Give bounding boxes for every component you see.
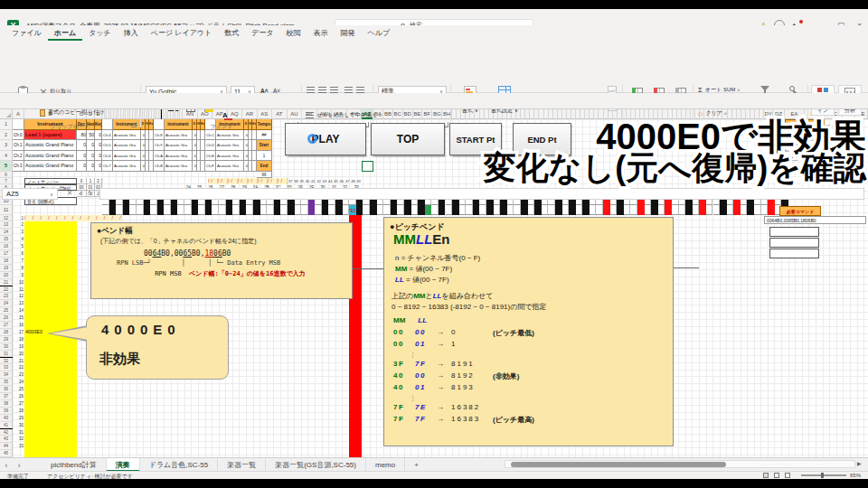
sheet-tab-1[interactable]: 演奏 bbox=[107, 458, 140, 472]
table-cell[interactable]: Ch.8 bbox=[154, 130, 165, 141]
piano-key[interactable] bbox=[494, 205, 501, 215]
row-header-45[interactable]: 45 bbox=[0, 450, 13, 457]
table-cell[interactable]: Ch.F bbox=[205, 161, 216, 172]
row-header-41[interactable]: 41 bbox=[0, 422, 13, 429]
row-header-13[interactable]: 13 bbox=[0, 221, 13, 229]
col-a-number[interactable]: 20 bbox=[13, 351, 24, 358]
piano-key[interactable] bbox=[150, 205, 157, 215]
row-header-30[interactable]: 30 bbox=[0, 343, 13, 351]
col-a-number[interactable]: 24 bbox=[13, 379, 24, 386]
table-cell[interactable]: Acoustic Grand Piano bbox=[24, 151, 77, 162]
table-cell[interactable]: 80 bbox=[77, 130, 87, 141]
piano-key[interactable] bbox=[665, 205, 672, 215]
row-header-42[interactable]: 42 bbox=[0, 429, 13, 436]
piano-key[interactable] bbox=[322, 205, 329, 215]
table-cell[interactable]: Start bbox=[257, 140, 272, 151]
table-cell[interactable]: Ch.5 bbox=[102, 140, 113, 151]
table-cell[interactable]: Acoustic Gra bbox=[216, 161, 244, 172]
row-header-12[interactable]: 12 bbox=[0, 215, 13, 222]
row-header-31[interactable]: 31 bbox=[0, 351, 13, 358]
piano-key[interactable] bbox=[699, 205, 706, 215]
table-cell[interactable]: Acoustic Gra bbox=[216, 140, 244, 151]
piano-key[interactable] bbox=[308, 205, 316, 215]
row-header-36[interactable]: 36 bbox=[0, 386, 13, 393]
table-cell[interactable]: Acoustic Gra bbox=[216, 130, 244, 141]
table-cell[interactable]: Ch.6 bbox=[102, 151, 113, 162]
col-a-number[interactable]: 4 bbox=[13, 236, 24, 243]
row-header-29[interactable]: 29 bbox=[0, 336, 13, 343]
col-a-number[interactable]: 3 bbox=[13, 229, 24, 236]
piano-key[interactable] bbox=[219, 205, 226, 215]
piano-key[interactable] bbox=[486, 205, 494, 215]
piano-key[interactable] bbox=[534, 205, 542, 215]
table-cell[interactable] bbox=[154, 119, 165, 130]
piano-key[interactable] bbox=[144, 205, 151, 215]
cancel-icon[interactable]: ✕ bbox=[67, 189, 72, 197]
piano-key[interactable] bbox=[720, 205, 727, 215]
row-header-35[interactable]: 35 bbox=[0, 379, 13, 386]
table-cell[interactable]: Lead 1 (square) bbox=[24, 130, 77, 141]
table-cell[interactable]: 0 bbox=[87, 140, 95, 151]
row-header-15[interactable]: 15 bbox=[0, 236, 13, 243]
piano-key[interactable] bbox=[109, 205, 117, 215]
table-cell[interactable]: 0 bbox=[95, 151, 102, 162]
piano-key[interactable] bbox=[335, 205, 343, 215]
scroll-right-arrow[interactable]: ▶ bbox=[857, 460, 862, 466]
col-a-number[interactable]: 28 bbox=[13, 408, 24, 415]
merge-center-button[interactable]: セルを結合して中央揃え bbox=[306, 111, 382, 119]
piano-key[interactable] bbox=[603, 205, 610, 215]
row-header-2[interactable]: 2 bbox=[0, 130, 13, 141]
piano-key[interactable] bbox=[617, 205, 624, 215]
add-sheet-button[interactable]: + bbox=[405, 458, 428, 472]
menu-tab-10[interactable]: ヘルプ bbox=[362, 25, 397, 41]
piano-key[interactable] bbox=[747, 205, 754, 215]
piano-key[interactable] bbox=[356, 205, 363, 215]
row-header-3[interactable]: 3 bbox=[0, 140, 13, 151]
table-cell[interactable]: Acoustic Gra bbox=[113, 161, 141, 172]
row-header-38[interactable]: 38 bbox=[0, 400, 13, 408]
table-cell[interactable]: Ch.B bbox=[154, 161, 165, 172]
piano-key[interactable] bbox=[569, 205, 576, 215]
piano-key[interactable] bbox=[157, 205, 165, 215]
row-header-5[interactable]: 5 bbox=[0, 161, 13, 172]
piano-key[interactable] bbox=[555, 205, 562, 215]
row-header-18[interactable]: 18 bbox=[0, 258, 13, 265]
piano-key[interactable] bbox=[425, 205, 432, 215]
piano-key[interactable] bbox=[418, 205, 425, 215]
tab-scroll-right[interactable]: › bbox=[13, 458, 25, 472]
tab-scroll-left[interactable]: ‹ bbox=[0, 458, 13, 472]
col-a-number[interactable]: 8 bbox=[13, 265, 24, 272]
piano-key[interactable] bbox=[576, 205, 583, 215]
piano-key[interactable] bbox=[459, 205, 467, 215]
piano-key[interactable] bbox=[528, 205, 535, 215]
col-a-number[interactable]: 26 bbox=[13, 393, 24, 400]
piano-key[interactable] bbox=[452, 205, 459, 215]
col-a-number[interactable]: 5 bbox=[13, 243, 24, 250]
table-cell[interactable]: 0 bbox=[95, 161, 102, 172]
table-cell[interactable]: Ch.3 bbox=[13, 161, 24, 172]
piano-key[interactable] bbox=[301, 205, 308, 215]
note-num-cell[interactable]: 0 bbox=[77, 178, 87, 184]
piano-key[interactable] bbox=[637, 205, 645, 215]
table-cell[interactable]: Ch.C bbox=[205, 130, 216, 141]
col-a-number[interactable]: 18 bbox=[13, 336, 24, 343]
piano-key[interactable] bbox=[542, 205, 549, 215]
cmd-value-cell[interactable]: 0064B0,0065B0,1806B0 bbox=[764, 216, 866, 224]
table-cell[interactable]: Acoustic Gra bbox=[113, 151, 141, 162]
piano-key[interactable] bbox=[761, 205, 769, 215]
menu-tab-2[interactable]: タッチ bbox=[82, 25, 118, 41]
piano-key[interactable] bbox=[397, 205, 404, 215]
note-num-cell[interactable]: 1 bbox=[87, 178, 95, 184]
piano-key[interactable] bbox=[446, 205, 453, 215]
piano-key[interactable] bbox=[658, 205, 665, 215]
clipboard-dialog-launcher[interactable] bbox=[131, 122, 137, 127]
sheet-tab-4[interactable]: 楽器一覧(GS音源,SC-55) bbox=[266, 458, 366, 472]
piano-key[interactable] bbox=[672, 205, 679, 215]
col-a-number[interactable]: 9 bbox=[13, 272, 24, 279]
piano-key[interactable] bbox=[240, 205, 247, 215]
table-cell[interactable]: 0 bbox=[87, 151, 95, 162]
table-cell[interactable]: Ch.1 bbox=[13, 140, 24, 151]
col-a-number[interactable]: 19 bbox=[13, 343, 24, 351]
table-cell[interactable]: Acoustic Gra bbox=[113, 130, 141, 141]
piano-key[interactable] bbox=[164, 205, 171, 215]
